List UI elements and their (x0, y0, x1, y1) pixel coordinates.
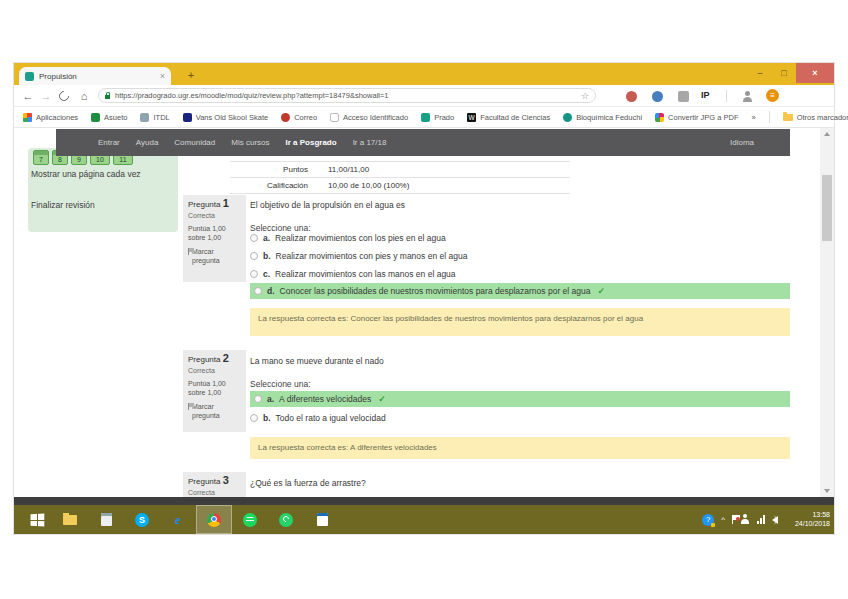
option-letter: d. (267, 286, 275, 296)
question-1-option-c[interactable]: c. Realizar movimientos con las manos en… (250, 266, 456, 282)
question-2-info-panel: Pregunta 2 Correcta Puntúa 1,00 sobre 1,… (183, 350, 246, 432)
scrollbar-thumb[interactable] (822, 175, 832, 241)
help-tray-icon[interactable]: ? (702, 514, 714, 526)
profile-icon[interactable] (741, 90, 753, 102)
radio-icon (250, 252, 258, 260)
question-status: Correcta (188, 211, 241, 220)
option-letter: a. (263, 233, 270, 243)
chrome-button-active[interactable] (196, 505, 232, 534)
nav-item-idioma[interactable]: Idioma (730, 138, 754, 147)
window-minimize-button[interactable]: – (748, 63, 772, 83)
question-1-feedback: La respuesta correcta es: Conocer las po… (250, 308, 790, 336)
bookmark-item[interactable]: Prado (421, 113, 454, 122)
question-status: Correcta (188, 488, 241, 497)
bookmark-item[interactable]: Bioquímica Feduchi (563, 113, 642, 122)
option-text: Realizar movimientos con las manos en el… (275, 269, 455, 279)
bookmark-favicon-icon (140, 113, 149, 122)
bookmark-star-icon[interactable]: ☆ (581, 91, 589, 101)
question-1-option-d-correct[interactable]: d. Conocer las posibilidades de nuestros… (250, 283, 790, 299)
bookmark-favicon-icon (91, 113, 100, 122)
mark-question-link[interactable]: Marcar pregunta (188, 247, 241, 265)
question-1-text: El objetivo de la propulsión en el agua … (250, 200, 405, 210)
browser-titlebar: Propulsión × + – □ × (14, 63, 834, 85)
bookmark-label: Convertir JPG a PDF (668, 113, 738, 122)
summary-row-grade: Calificación 10,00 de 10,00 (100%) (230, 178, 570, 194)
window-close-button[interactable]: × (796, 63, 834, 83)
extension-icon[interactable] (652, 91, 663, 102)
bookmark-item[interactable]: Acceso Identificado (330, 113, 408, 122)
bookmark-favicon-icon (655, 113, 664, 122)
spotify-button[interactable] (232, 505, 268, 534)
file-explorer-button[interactable] (52, 505, 88, 534)
volume-icon[interactable] (772, 516, 778, 524)
contacts-tray-icon[interactable] (740, 514, 750, 525)
new-tab-button[interactable]: + (180, 68, 202, 82)
forward-icon[interactable]: → (38, 88, 54, 104)
address-bar[interactable]: https://pradogrado.ugr.es/moodle/mod/qui… (98, 88, 596, 103)
bookmark-item[interactable]: Correo (281, 113, 317, 122)
skype-button[interactable]: S (124, 505, 160, 534)
question-points: Puntúa 1,00 sobre 1,00 (188, 224, 241, 242)
clock-date: 24/10/2018 (795, 520, 830, 529)
question-2-feedback: La respuesta correcta es: A diferentes v… (250, 437, 790, 459)
whatsapp-icon (279, 513, 293, 527)
bookmark-item[interactable]: Asueto (91, 113, 127, 122)
bookmark-item[interactable]: W Facultad de Ciencias (467, 113, 550, 122)
network-signal-icon[interactable] (757, 515, 765, 524)
taskbar-clock[interactable]: 13:58 24/10/2018 (795, 511, 830, 528)
question-1-option-a[interactable]: a. Realizar movimientos con los pies en … (250, 230, 446, 246)
option-text: Realizar movimientos con pies y manos en… (276, 251, 468, 261)
reload-icon[interactable] (57, 89, 71, 103)
window-maximize-button[interactable]: □ (772, 63, 796, 83)
home-icon[interactable]: ⌂ (76, 88, 92, 104)
tab-favicon-icon (25, 72, 34, 81)
nav-item-entrar[interactable]: Entrar (98, 138, 120, 147)
apps-button[interactable]: Aplicaciones (23, 113, 78, 122)
browser-menu-icon[interactable]: ≡ (766, 89, 779, 102)
tab-close-icon[interactable]: × (160, 71, 165, 81)
mark-question-label: Marcar pregunta (192, 247, 241, 265)
document-app-button[interactable] (304, 505, 340, 534)
extension-icon[interactable] (678, 91, 689, 102)
nav-item-ayuda[interactable]: Ayuda (136, 138, 159, 147)
finish-review-link[interactable]: Finalizar revisión (31, 200, 95, 210)
start-button[interactable] (22, 505, 52, 534)
whatsapp-button[interactable] (268, 505, 304, 534)
mark-question-label: Marcar pregunta (192, 402, 241, 420)
other-bookmarks-button[interactable]: Otros marcadores (783, 113, 848, 122)
bookmark-item[interactable]: ITDL (140, 113, 169, 122)
calculator-button[interactable] (88, 505, 124, 534)
bookmark-label: Correo (294, 113, 317, 122)
internet-explorer-button[interactable]: e (160, 505, 196, 534)
ip-extension-icon[interactable]: IP (701, 90, 710, 100)
nav-item-ir-a-17-18[interactable]: Ir a 17/18 (353, 138, 387, 147)
nav-item-comunidad[interactable]: Comunidad (174, 138, 215, 147)
scrollbar-up-icon[interactable] (824, 132, 830, 136)
bookmark-item[interactable]: Convertir JPG a PDF (655, 113, 738, 122)
mark-question-link[interactable]: Marcar pregunta (188, 402, 241, 420)
scrollbar-down-icon[interactable] (824, 489, 830, 493)
nav-item-ir-a-posgrado[interactable]: Ir a Posgrado (286, 138, 337, 147)
clock-time: 13:58 (795, 511, 830, 520)
extension-icon[interactable] (626, 91, 637, 102)
bookmark-label: Asueto (104, 113, 127, 122)
question-number: Pregunta 3 (188, 476, 241, 486)
page-scrollbar[interactable] (820, 128, 834, 497)
tray-expand-icon[interactable]: ^ (721, 515, 725, 524)
bookmark-item[interactable]: Vans Old Skool Skate (183, 113, 268, 122)
bookmarks-overflow-icon[interactable]: » (752, 113, 756, 122)
https-lock-icon (105, 95, 110, 99)
show-one-page-link[interactable]: Mostrar una página cada vez (31, 168, 173, 180)
nav-item-mis-cursos[interactable]: Mis cursos (231, 138, 269, 147)
question-2-option-a-correct[interactable]: a. A diferentes velocidades ✓ (250, 391, 790, 407)
moodle-navbar: Entrar Ayuda Comunidad Mis cursos Ir a P… (56, 129, 790, 156)
question-nav-button[interactable]: 7 (33, 150, 49, 165)
question-2-option-b[interactable]: b. Todo el rato a igual velocidad (250, 410, 386, 426)
action-center-flag-icon[interactable] (732, 515, 733, 524)
check-icon: ✓ (378, 394, 386, 404)
question-1-option-b[interactable]: b. Realizar movimientos con pies y manos… (250, 248, 467, 264)
back-icon[interactable]: ← (20, 88, 36, 104)
windows-logo-icon (31, 513, 45, 526)
radio-icon (250, 234, 258, 242)
browser-tab[interactable]: Propulsión × (19, 67, 171, 85)
